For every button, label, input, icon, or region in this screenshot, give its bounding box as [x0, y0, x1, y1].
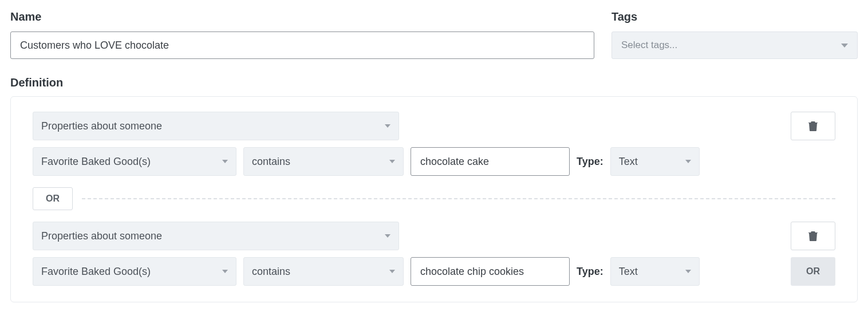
chevron-down-icon: [222, 270, 228, 273]
rule-field-select[interactable]: Favorite Baked Good(s): [33, 147, 236, 176]
trash-icon: [808, 121, 818, 131]
rule-operator-value: contains: [252, 156, 290, 168]
rule-type-value: Text: [619, 266, 638, 278]
rule-field-value: Favorite Baked Good(s): [41, 156, 151, 168]
delete-rule-button[interactable]: [791, 112, 835, 140]
chevron-down-icon: [385, 124, 390, 128]
trash-icon: [808, 231, 818, 241]
type-label: Type:: [577, 156, 603, 168]
definition-label: Definition: [10, 76, 858, 89]
rule-operator-value: contains: [252, 266, 290, 278]
or-connector[interactable]: OR: [33, 187, 73, 210]
separator-line: [82, 198, 835, 199]
tags-select[interactable]: Select tags...: [611, 31, 858, 59]
name-input[interactable]: [10, 31, 594, 59]
chevron-down-icon: [222, 160, 228, 163]
tags-placeholder: Select tags...: [621, 40, 677, 51]
chevron-down-icon: [685, 160, 691, 163]
rule-operator-select[interactable]: contains: [243, 147, 404, 176]
rule-category-value: Properties about someone: [41, 230, 162, 242]
chevron-down-icon: [389, 270, 395, 273]
rule-type-select[interactable]: Text: [610, 147, 700, 176]
delete-rule-button[interactable]: [791, 222, 835, 250]
chevron-down-icon: [685, 270, 691, 273]
rule-value-input[interactable]: [411, 147, 570, 176]
rule-operator-select[interactable]: contains: [243, 257, 404, 286]
type-label: Type:: [577, 266, 603, 278]
chevron-down-icon: [841, 44, 848, 48]
rule-type-value: Text: [619, 156, 638, 168]
name-label: Name: [10, 10, 594, 23]
chevron-down-icon: [385, 234, 390, 238]
rule-value-input[interactable]: [411, 257, 570, 286]
add-or-button[interactable]: OR: [791, 257, 835, 286]
rule-category-select[interactable]: Properties about someone: [33, 222, 399, 250]
rule-field-value: Favorite Baked Good(s): [41, 266, 151, 278]
rule-category-value: Properties about someone: [41, 120, 162, 132]
definition-panel: Properties about someone Favorite Baked …: [10, 96, 858, 302]
rule-category-select[interactable]: Properties about someone: [33, 112, 399, 140]
rule-type-select[interactable]: Text: [610, 257, 700, 286]
rule-field-select[interactable]: Favorite Baked Good(s): [33, 257, 236, 286]
tags-label: Tags: [611, 10, 858, 23]
chevron-down-icon: [389, 160, 395, 163]
